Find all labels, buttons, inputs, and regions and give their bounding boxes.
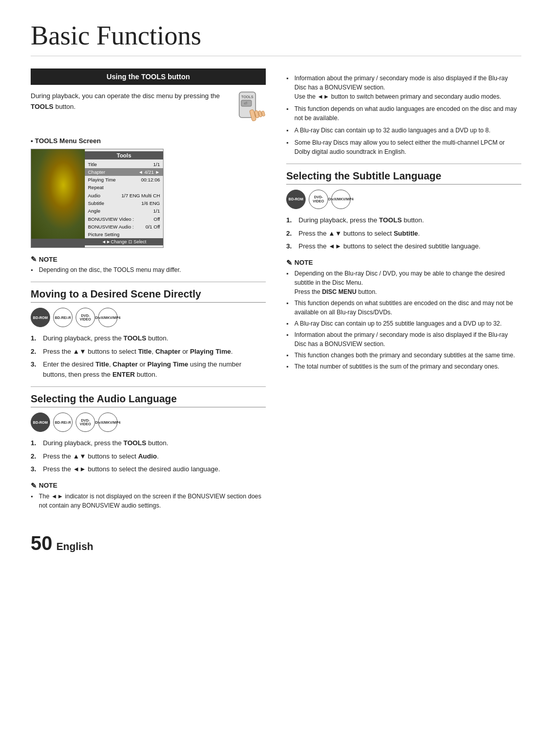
divider-2	[31, 386, 266, 387]
tools-screen-image	[31, 149, 85, 239]
tools-menu-row-repeat: Repeat	[85, 184, 163, 191]
badge-divx-2: DivX/MKV/MP4	[98, 413, 118, 432]
tools-menu-row-subtitle: Subtitle1/6 ENG	[85, 199, 163, 207]
subtitle-note-6: The total number of subtitles is the sum…	[286, 362, 521, 371]
tools-intro-text: During playback, you can operate the dis…	[31, 91, 229, 112]
badge-divx-3: DivX/MKV/MP4	[331, 190, 351, 209]
badge-dvd-video-1: DVD-VIDEO	[76, 308, 95, 327]
tools-remote-icon: TOOLS ⏎	[235, 91, 266, 130]
tools-menu-label: TOOLS Menu Screen	[31, 137, 266, 145]
note-block-2: ✎ NOTE The ◄► indicator is not displayed…	[31, 482, 266, 510]
page-lang: English	[56, 541, 93, 553]
tools-menu-row-chapter: Chapter◄ 4/21 ►	[85, 168, 163, 176]
subtitle-steps: 1. During playback, press the TOOLS butt…	[286, 215, 521, 251]
badge-divx-1: DivX/MKV/MP4	[98, 308, 118, 327]
audio-disc-badges: BD-ROM BD-RE/-R DVD-VIDEO DivX/MKV/MP4	[31, 413, 266, 432]
audio-right-note-1: Information about the primary / secondar…	[286, 74, 521, 101]
moving-steps: 1. During playback, press the TOOLS butt…	[31, 333, 266, 379]
page-title: Basic Functions	[31, 20, 521, 56]
tools-heading: Using the TOOLS button	[31, 68, 266, 85]
note-block-1: ✎ NOTE Depending on the disc, the TOOLS …	[31, 255, 266, 274]
badge-bd-rom-2: BD-ROM	[31, 413, 50, 432]
tools-menu-title: Tools	[85, 151, 163, 159]
audio-step-1: 1. During playback, press the TOOLS butt…	[31, 438, 266, 448]
subtitle-step-1: 1. During playback, press the TOOLS butt…	[286, 215, 521, 225]
audio-right-note-4: Some Blu-ray Discs may allow you to sele…	[286, 138, 521, 156]
tools-menu-row-bvaudio: BONUSVIEW Audio :0/1 Off	[85, 223, 163, 231]
subtitle-section-heading: Selecting the Subtitle Language	[286, 170, 521, 185]
moving-disc-badges: BD-ROM BD-RE/-R DVD-VIDEO DivX/MKV/MP4	[31, 308, 266, 327]
tools-menu-panel: Tools Title1/1 Chapter◄ 4/21 ► Playing T…	[85, 149, 163, 248]
tools-menu-row-angle: Angle1/1	[85, 207, 163, 215]
page-number: 50	[31, 533, 52, 555]
moving-section-heading: Moving to a Desired Scene Directly	[31, 288, 266, 303]
badge-bd-rom-3: BD-ROM	[286, 190, 306, 209]
audio-steps: 1. During playback, press the TOOLS butt…	[31, 438, 266, 474]
moving-step-3: 3. Enter the desired Title, Chapter or P…	[31, 359, 266, 379]
moving-step-1: 1. During playback, press the TOOLS butt…	[31, 333, 266, 343]
badge-dvd-video-2: DVD-VIDEO	[76, 413, 95, 432]
subtitle-note-1: Depending on the Blu-ray Disc / DVD, you…	[286, 269, 521, 296]
left-column: Using the TOOLS button During playback, …	[31, 68, 266, 517]
tools-menu-row-bvvideo: BONUSVIEW Video :Off	[85, 215, 163, 223]
audio-section-heading: Selecting the Audio Language	[31, 393, 266, 407]
subtitle-note-4: Information about the primary / secondar…	[286, 330, 521, 349]
divider-3	[286, 164, 521, 164]
audio-right-notes: Information about the primary / secondar…	[286, 74, 521, 156]
note-icon-2: ✎	[31, 482, 37, 490]
moving-step-2: 2. Press the ▲▼ buttons to select Title,…	[31, 347, 266, 357]
subtitle-note-2: This function depends on what subtitles …	[286, 299, 521, 317]
subtitle-step-2: 2. Press the ▲▼ buttons to select Subtit…	[286, 228, 521, 239]
subtitle-disc-badges: BD-ROM DVD-VIDEO DivX/MKV/MP4	[286, 190, 521, 209]
svg-text:⏎: ⏎	[244, 101, 247, 106]
tools-screen: Tools Title1/1 Chapter◄ 4/21 ► Playing T…	[31, 149, 164, 248]
right-column: Information about the primary / secondar…	[286, 68, 521, 517]
tools-menu-row-picture: Picture Setting	[85, 231, 163, 238]
audio-right-note-3: A Blu-ray Disc can contain up to 32 audi…	[286, 126, 521, 135]
page-footer: 50 English	[31, 533, 521, 555]
audio-step-2: 2. Press the ▲▼ buttons to select Audio.	[31, 451, 266, 462]
subtitle-note-3: A Blu-ray Disc can contain up to 255 sub…	[286, 319, 521, 328]
note-item-2-1: The ◄► indicator is not displayed on the…	[31, 492, 266, 510]
tools-menu-row-audio: Audio1/7 ENG Multi CH	[85, 192, 163, 199]
badge-bd-re-r-2: BD-RE/-R	[53, 413, 73, 432]
note-label-2: ✎ NOTE	[31, 482, 266, 490]
note-label-3: ✎ NOTE	[286, 259, 521, 267]
badge-bd-rom-1: BD-ROM	[31, 308, 50, 327]
note-block-3: ✎ NOTE Depending on the Blu-ray Disc / D…	[286, 259, 521, 371]
note-icon-1: ✎	[31, 255, 37, 263]
badge-dvd-video-3: DVD-VIDEO	[309, 190, 328, 209]
note-label-1: ✎ NOTE	[31, 255, 266, 263]
audio-step-3: 3. Press the ◄► buttons to select the de…	[31, 464, 266, 474]
divider-1	[31, 282, 266, 282]
note-icon-3: ✎	[286, 259, 292, 267]
note-item-1-1: Depending on the disc, the TOOLS menu ma…	[31, 265, 266, 274]
tools-menu-row-playtime: Playing Time00:12:06	[85, 176, 163, 184]
subtitle-note-5: This function changes both the primary a…	[286, 351, 521, 360]
badge-bd-re-r-1: BD-RE/-R	[53, 308, 73, 327]
tools-menu-footer: ◄►Change ⊡ Select	[85, 238, 163, 245]
svg-text:TOOLS: TOOLS	[241, 95, 254, 99]
audio-right-note-2: This function depends on what audio lang…	[286, 104, 521, 123]
tools-intro: During playback, you can operate the dis…	[31, 91, 266, 130]
tools-menu-row: Title1/1	[85, 161, 163, 168]
subtitle-step-3: 3. Press the ◄► buttons to select the de…	[286, 241, 521, 251]
